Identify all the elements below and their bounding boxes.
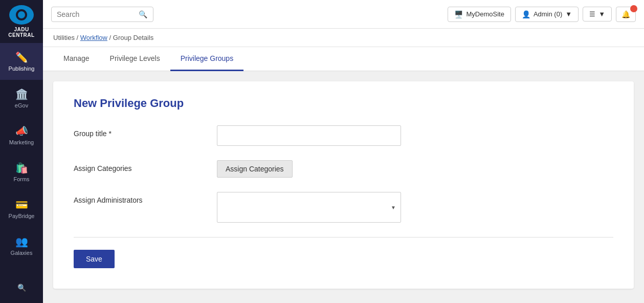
notification-button[interactable]: 🔔 <box>616 7 636 22</box>
site-selector-button[interactable]: 🖥️ MyDemoSite <box>448 7 510 22</box>
notification-badge <box>630 5 637 12</box>
required-asterisk: * <box>108 129 111 138</box>
search-input[interactable] <box>57 10 139 18</box>
menu-button[interactable]: ☰ ▼ <box>583 7 612 21</box>
tab-privilege-groups[interactable]: Privilege Groups <box>170 47 244 71</box>
sidebar-item-galaxies-label: Galaxies <box>11 250 33 256</box>
logo-text: JADUCENTRAL <box>8 27 34 38</box>
tab-privilege-levels[interactable]: Privilege Levels <box>100 47 170 71</box>
breadcrumb-root: Utilities <box>53 34 75 41</box>
form-row-assign-administrators: Assign Administrators <box>74 192 613 223</box>
sidebar-item-publishing[interactable]: ✏️ Publishing <box>0 43 43 80</box>
sidebar-item-egov-label: eGov <box>15 102 28 109</box>
breadcrumb-parent[interactable]: Workflow <box>80 34 107 41</box>
search-box[interactable]: 🔍 <box>51 7 153 22</box>
site-icon: 🖥️ <box>454 10 463 18</box>
sidebar-search-button[interactable]: 🔍 <box>0 272 43 303</box>
publishing-icon: ✏️ <box>15 51 28 63</box>
form-card: New Privilege Group Group title * Assign… <box>53 81 634 289</box>
assign-categories-label: Assign Categories <box>74 160 217 172</box>
main-content: 🔍 🖥️ MyDemoSite 👤 Admin (0) ▼ ☰ ▼ 🔔 Ut <box>43 0 644 303</box>
header: 🔍 🖥️ MyDemoSite 👤 Admin (0) ▼ ☰ ▼ 🔔 <box>43 0 644 29</box>
search-submit-button[interactable]: 🔍 <box>139 10 147 18</box>
assign-administrators-wrapper <box>217 192 401 223</box>
chevron-down-icon-menu: ▼ <box>598 10 605 18</box>
breadcrumb-current: Group Details <box>113 34 153 41</box>
tabs-bar: Manage Privilege Levels Privilege Groups <box>43 47 644 71</box>
assign-administrators-label: Assign Administrators <box>74 192 217 204</box>
sidebar-item-galaxies[interactable]: 👥 Galaxies <box>0 227 43 264</box>
group-title-control <box>217 125 613 146</box>
group-title-input[interactable] <box>217 125 401 146</box>
sidebar-item-publishing-label: Publishing <box>9 66 35 72</box>
paybridge-icon: 💳 <box>15 199 28 211</box>
form-row-group-title: Group title * <box>74 125 613 146</box>
form-title: New Privilege Group <box>74 97 613 110</box>
tab-manage[interactable]: Manage <box>53 47 100 71</box>
sidebar-item-paybridge[interactable]: 💳 PayBridge <box>0 190 43 227</box>
form-row-assign-categories: Assign Categories Assign Categories <box>74 160 613 178</box>
site-name: MyDemoSite <box>466 10 504 18</box>
sidebar-item-paybridge-label: PayBridge <box>9 213 35 219</box>
breadcrumb-separator-2: / <box>109 34 113 41</box>
sidebar: JADUCENTRAL ✏️ Publishing 🏛️ eGov 📣 Mark… <box>0 0 43 303</box>
chevron-down-icon: ▼ <box>565 10 572 18</box>
admin-button[interactable]: 👤 Admin (0) ▼ <box>515 7 579 22</box>
logo-icon <box>9 5 34 25</box>
sidebar-logo: JADUCENTRAL <box>0 0 43 43</box>
egov-icon: 🏛️ <box>15 88 28 100</box>
assign-administrators-select[interactable] <box>217 192 401 223</box>
sidebar-item-forms[interactable]: 🛍️ Forms <box>0 154 43 190</box>
galaxies-icon: 👥 <box>15 235 28 248</box>
form-divider <box>74 237 613 237</box>
save-button[interactable]: Save <box>74 250 115 268</box>
assign-categories-control: Assign Categories <box>217 160 613 178</box>
breadcrumb-separator-1: / <box>77 34 80 41</box>
sidebar-item-marketing-label: Marketing <box>9 139 34 145</box>
sidebar-item-egov[interactable]: 🏛️ eGov <box>0 80 43 117</box>
forms-icon: 🛍️ <box>15 162 28 174</box>
assign-administrators-control <box>217 192 613 223</box>
bell-icon: 🔔 <box>621 10 630 18</box>
admin-label: Admin (0) <box>534 10 562 18</box>
assign-categories-button[interactable]: Assign Categories <box>217 160 293 178</box>
header-right: 🖥️ MyDemoSite 👤 Admin (0) ▼ ☰ ▼ 🔔 <box>448 7 636 22</box>
admin-icon: 👤 <box>522 10 530 18</box>
content-area: New Privilege Group Group title * Assign… <box>43 71 644 303</box>
group-title-label: Group title * <box>74 125 217 138</box>
sidebar-item-forms-label: Forms <box>13 176 29 182</box>
breadcrumb: Utilities / Workflow / Group Details <box>43 29 644 47</box>
menu-icon: ☰ <box>589 10 595 18</box>
sidebar-item-marketing[interactable]: 📣 Marketing <box>0 117 43 154</box>
search-icon: 🔍 <box>17 284 26 292</box>
marketing-icon: 📣 <box>15 125 28 137</box>
